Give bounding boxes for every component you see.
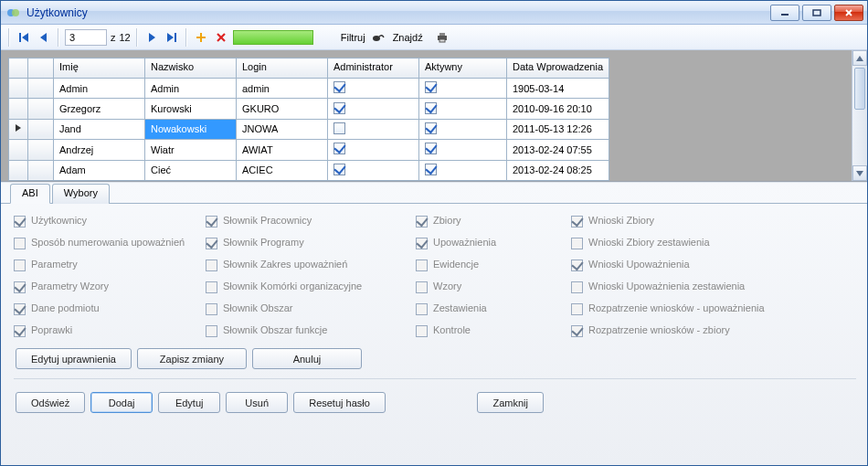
checkbox-icon <box>571 259 583 271</box>
checkbox-icon <box>571 325 583 337</box>
cell-admin[interactable] <box>328 119 419 139</box>
cell-date[interactable]: 2013-02-24 07:55 <box>507 140 609 160</box>
reset-password-button[interactable]: Resetuj hasło <box>293 392 386 413</box>
checkbox-icon[interactable] <box>333 81 345 93</box>
cell-login[interactable]: ACIEC <box>237 160 328 180</box>
svg-rect-2 <box>781 14 789 16</box>
checkbox-icon[interactable] <box>425 81 437 93</box>
page-input[interactable] <box>65 29 107 46</box>
add-button[interactable]: Dodaj <box>90 392 153 413</box>
filter-button[interactable]: Filtruj <box>339 32 367 43</box>
checkbox-icon[interactable] <box>425 122 437 134</box>
svg-marker-20 <box>16 124 21 132</box>
checkbox-icon[interactable] <box>333 102 345 114</box>
col-imie[interactable]: Imię <box>54 58 145 79</box>
cell-login[interactable]: admin <box>237 79 328 99</box>
cell-admin[interactable] <box>328 79 419 99</box>
cell-date[interactable]: 2013-02-24 08:25 <box>507 160 609 180</box>
cell-login[interactable]: AWIAT <box>237 140 328 160</box>
row-header[interactable] <box>28 140 54 160</box>
perm-slownik-komorki: Słownik Komórki organizacyjne <box>206 281 407 293</box>
add-record-icon[interactable] <box>193 29 209 46</box>
scroll-up-icon[interactable] <box>852 50 867 66</box>
perm-zestawienia: Zestawienia <box>416 302 562 315</box>
cell-active[interactable] <box>419 160 507 180</box>
checkbox-icon <box>206 238 217 249</box>
last-record-icon[interactable] <box>164 29 180 46</box>
cell-admin[interactable] <box>328 160 419 180</box>
cell-login[interactable]: GKURO <box>237 99 328 119</box>
refresh-button[interactable]: Odśwież <box>16 392 85 413</box>
cell-admin[interactable] <box>328 99 419 119</box>
cell-date[interactable]: 2011-05-13 12:26 <box>507 119 609 139</box>
cancel-button[interactable]: Anuluj <box>252 348 362 369</box>
find-icon[interactable] <box>371 29 387 46</box>
edit-button[interactable]: Edytuj <box>158 392 220 413</box>
checkbox-icon[interactable] <box>333 122 345 134</box>
cell-nazwisko[interactable]: Kurowski <box>145 99 237 119</box>
cell-nazwisko[interactable]: Cieć <box>145 160 237 180</box>
scroll-down-icon[interactable] <box>852 165 867 181</box>
printer-icon[interactable] <box>434 29 450 46</box>
table-row[interactable]: JandNowakowskiJNOWA2011-05-13 12:26 <box>9 119 609 139</box>
cell-active[interactable] <box>419 119 507 139</box>
cell-imie[interactable]: Admin <box>54 79 145 99</box>
maximize-button[interactable] <box>802 5 831 21</box>
next-record-icon[interactable] <box>143 29 160 46</box>
table-row[interactable]: AdminAdminadmin1905-03-14 <box>9 79 609 99</box>
find-button[interactable]: Znajdź <box>391 32 425 43</box>
cell-active[interactable] <box>419 99 507 119</box>
checkbox-icon[interactable] <box>425 102 437 114</box>
perm-actions: Edytuj uprawnienia Zapisz zmiany Anuluj <box>14 343 856 375</box>
prev-record-icon[interactable] <box>36 29 52 46</box>
col-active[interactable]: Aktywny <box>419 58 507 79</box>
row-header[interactable] <box>28 160 54 180</box>
cell-active[interactable] <box>419 79 507 99</box>
minimize-button[interactable] <box>770 5 799 21</box>
delete-button[interactable]: Usuń <box>226 392 288 413</box>
perm-sposob-numerowania: Sposób numerowania upoważnień <box>14 237 196 249</box>
tab-wybory[interactable]: Wybory <box>52 184 110 204</box>
table-row[interactable]: GrzegorzKurowskiGKURO2010-09-16 20:10 <box>9 99 609 119</box>
row-header[interactable] <box>28 119 54 139</box>
checkbox-icon[interactable] <box>333 143 345 154</box>
cell-imie[interactable]: Adam <box>54 160 145 180</box>
checkbox-icon[interactable] <box>425 143 437 154</box>
checkbox-icon[interactable] <box>425 164 437 175</box>
cell-nazwisko[interactable]: Admin <box>145 79 237 99</box>
col-nazwisko[interactable]: Nazwisko <box>145 58 237 79</box>
perm-label: Wzory <box>433 281 461 291</box>
cell-active[interactable] <box>419 140 507 160</box>
checkbox-icon <box>416 281 428 293</box>
close-window-button[interactable]: Zamknij <box>477 392 544 413</box>
table-row[interactable]: AndrzejWiatrAWIAT2013-02-24 07:55 <box>9 140 609 160</box>
cell-nazwisko[interactable]: Wiatr <box>145 140 237 160</box>
vertical-scrollbar[interactable] <box>852 50 867 181</box>
col-date[interactable]: Data Wprowadzenia <box>507 58 609 79</box>
users-table[interactable]: Imię Nazwisko Login Administrator Aktywn… <box>8 58 609 181</box>
cell-imie[interactable]: Andrzej <box>54 140 145 160</box>
perm-wnioski-upowaznienia-zest: Wnioski Upoważnienia zestawienia <box>571 281 856 293</box>
table-row[interactable]: AdamCiećACIEC2013-02-24 08:25 <box>9 160 609 180</box>
cell-login[interactable]: JNOWA <box>237 119 328 139</box>
cell-nazwisko[interactable]: Nowakowski <box>145 119 237 139</box>
row-header[interactable] <box>28 99 54 119</box>
close-button[interactable] <box>834 5 863 21</box>
col-admin[interactable]: Administrator <box>328 58 419 79</box>
first-record-icon[interactable] <box>16 29 32 46</box>
cell-imie[interactable]: Grzegorz <box>54 99 145 119</box>
cell-imie[interactable]: Jand <box>54 119 145 139</box>
row-header[interactable] <box>28 79 54 99</box>
edit-permissions-button[interactable]: Edytuj uprawnienia <box>16 348 132 369</box>
cell-admin[interactable] <box>328 140 419 160</box>
checkbox-icon[interactable] <box>333 164 345 175</box>
cell-date[interactable]: 1905-03-14 <box>507 79 609 99</box>
delete-record-icon[interactable] <box>213 29 229 46</box>
save-changes-button[interactable]: Zapisz zmiany <box>137 348 247 369</box>
tab-abi[interactable]: ABI <box>10 184 50 204</box>
perm-label: Wnioski Zbiory zestawienia <box>588 237 710 248</box>
col-login[interactable]: Login <box>237 58 328 79</box>
cell-date[interactable]: 2010-09-16 20:10 <box>507 99 609 119</box>
checkbox-icon <box>14 281 26 293</box>
scroll-thumb[interactable] <box>854 68 865 110</box>
